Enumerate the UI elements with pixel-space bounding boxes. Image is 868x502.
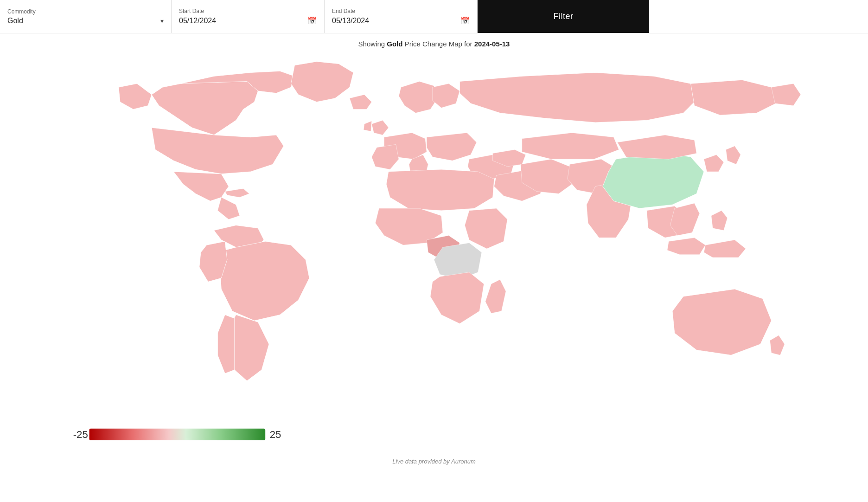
filter-button[interactable]: Filter: [478, 0, 649, 33]
svg-text:25: 25: [270, 429, 281, 440]
date-highlight: 2024-05-13: [474, 40, 510, 48]
commodity-name: Gold: [387, 40, 402, 48]
svg-rect-2: [89, 429, 266, 440]
end-date-field[interactable]: End Date 05/13/2024 📅: [325, 0, 478, 33]
start-date-field[interactable]: Start Date 05/12/2024 📅: [172, 0, 325, 33]
start-date-label: Start Date: [179, 8, 317, 14]
footer: Live data provided by Auronum: [0, 454, 868, 469]
top-bar: Commodity Gold ▾ Start Date 05/12/2024 📅…: [0, 0, 868, 33]
world-map: -25 25 -25 25: [0, 51, 868, 454]
svg-text:-25: -25: [73, 429, 88, 440]
start-date-value: 05/12/2024: [179, 17, 216, 25]
end-date-value: 05/13/2024: [332, 17, 369, 25]
calendar-icon: 📅: [307, 16, 317, 25]
commodity-label: Commodity: [7, 8, 164, 15]
calendar-icon-end: 📅: [460, 16, 470, 25]
map-subtitle: Showing Gold Price Change Map for 2024-0…: [0, 33, 868, 51]
commodity-field[interactable]: Commodity Gold ▾: [0, 0, 172, 33]
world-map-svg: -25 25: [0, 51, 868, 454]
end-date-label: End Date: [332, 8, 470, 14]
commodity-value: Gold: [7, 17, 23, 25]
chevron-down-icon: ▾: [160, 17, 164, 25]
